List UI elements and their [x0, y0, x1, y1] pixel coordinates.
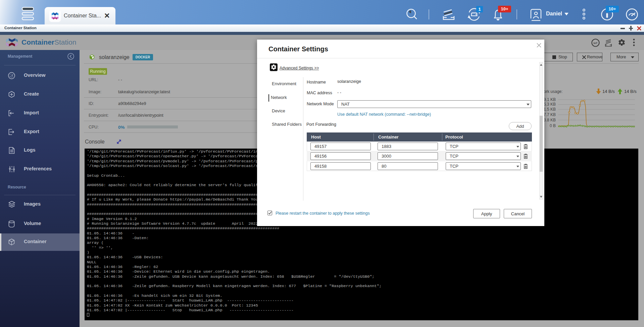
svg-text:IoT: IoT: [594, 42, 598, 45]
